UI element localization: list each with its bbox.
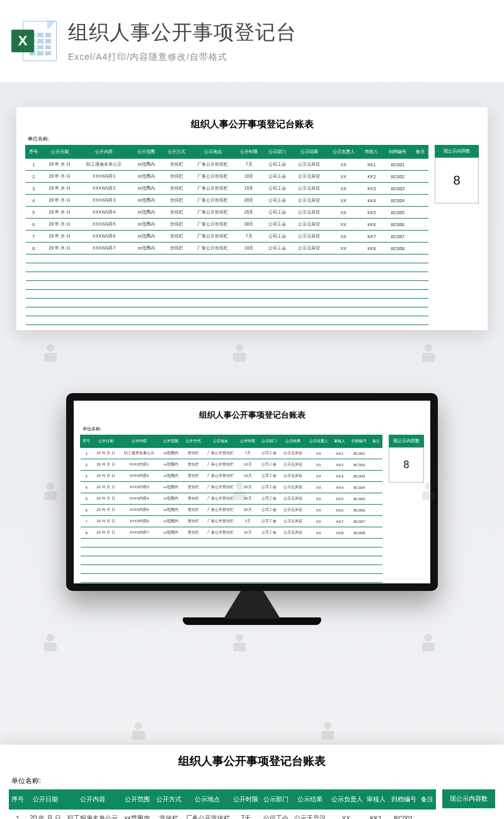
cell-place: 厂务公开宣传栏 (190, 243, 234, 255)
column-header: 备注 (412, 146, 428, 159)
cell-date: 20 年 月 日 (93, 527, 120, 539)
cell-date: 20 年 月 日 (93, 516, 120, 527)
cell-method: 宣传栏 (163, 243, 191, 255)
cell-seq: 7 (26, 231, 42, 243)
summary-value: 8 (389, 447, 424, 483)
cell-scope: xx范围内 (159, 516, 183, 527)
cell-reviewer: KK8 (331, 527, 349, 539)
summary-box: 现公示内容数 (442, 789, 495, 808)
cell-dept: 公司工会 (263, 159, 291, 171)
cell-result: 公示无异议 (291, 243, 328, 255)
cell-remark (370, 471, 382, 482)
column-header: 公示部门 (261, 790, 290, 810)
svg-rect-10 (44, 491, 57, 500)
cell-date: 20 年 月 日 (93, 471, 120, 482)
cell-seq: 3 (26, 183, 42, 195)
cell-remark (370, 516, 382, 527)
table-row-empty (26, 316, 428, 325)
unit-name-label: 单位名称: (25, 135, 479, 142)
table-row: 620 年 月 日XXXX内容5xx范围内宣传栏厂务公开宣传栏30天公司工会公示… (26, 219, 428, 231)
cell-limit: 15天 (238, 471, 259, 482)
cell-archive: BC007 (384, 231, 412, 243)
column-header: 审核人 (331, 435, 349, 448)
watermark-icon: 千库网 (227, 340, 252, 365)
column-header: 公开日期 (42, 146, 78, 159)
cell-content: XXXX内容3 (120, 482, 159, 493)
table-body: 120 年 月 日职工报房名单公示xx范围内宣传栏厂务公开宣传栏7天公司工会公示… (26, 159, 428, 325)
cell-reviewer: KK1 (363, 810, 389, 820)
cell-scope: xx范围内 (159, 505, 183, 516)
column-header: 公示结果 (280, 435, 307, 448)
cell-content: XXXX内容6 (120, 516, 159, 527)
preview-card: 组织人事公开事项登记台账表 单位名称: 序号公开日期公开内容公开范围公开方式公示… (16, 107, 488, 330)
cell-scope: xx范围内 (120, 810, 154, 820)
cell-dept: 公司工会 (263, 207, 291, 219)
cell-dept: 公司工会 (261, 810, 290, 820)
cell-dept: 公司工会 (263, 195, 291, 207)
cell-reviewer: KK7 (360, 231, 384, 243)
table-row: 620 年 月 日XXXX内容5xx范围内宣传栏厂务公开宣传栏30天公司工会公示… (81, 505, 382, 516)
cell-remark (412, 159, 428, 171)
cell-scope: xx范围内 (130, 207, 163, 219)
column-header: 备注 (418, 790, 435, 810)
cell-content: XXXX内容1 (120, 459, 159, 471)
cell-seq: 5 (81, 493, 93, 505)
table-row: 220 年 月 日XXXX内容1xx范围内宣传栏厂务公开宣传栏10天公司工会公示… (81, 459, 382, 471)
watermark-icon: 千库网 (315, 718, 340, 743)
table-body: 120 年 月 日职工报房名单公示xx范围内宣传栏厂务公开宣传栏7天公司工会公示… (81, 448, 382, 584)
cell-place: 厂务公开宣传栏 (204, 493, 238, 505)
cell-limit: 7天 (235, 159, 263, 171)
column-header: 备注 (370, 435, 382, 448)
cell-place: 厂务公开宣传栏 (184, 810, 231, 820)
ledger-table: 序号公开日期公开内容公开范围公开方式公示地点公开时限公示部门公示结果公示负责人审… (80, 435, 382, 583)
cell-remark (412, 195, 428, 207)
cell-owner: XX (307, 493, 331, 505)
column-header: 公开时限 (235, 146, 263, 159)
cell-archive: BC008 (384, 243, 412, 255)
cell-date: 20 年 月 日 (93, 493, 120, 505)
cell-result: 公示无异议 (280, 493, 307, 505)
column-header: 公开时限 (231, 790, 261, 810)
table-row: 420 年 月 日XXXX内容3xx范围内宣传栏厂务公开宣传栏20天公司工会公示… (81, 482, 382, 493)
summary-header: 现公示内容数 (435, 145, 479, 158)
excel-file-icon: X (11, 18, 57, 64)
cell-remark (370, 505, 382, 516)
svg-point-0 (47, 344, 54, 352)
cell-content: XXXX内容4 (78, 207, 130, 219)
cell-limit: 25天 (238, 493, 259, 505)
column-header: 归档编号 (384, 146, 412, 159)
cell-remark (412, 231, 428, 243)
cell-scope: xx范围内 (159, 527, 183, 539)
cell-archive: BC008 (349, 527, 370, 539)
column-header: 公示结果 (290, 790, 329, 810)
cell-content: XXXX内容4 (120, 493, 159, 505)
cell-limit: 7天 (238, 448, 259, 459)
summary-box: 现公示内容数 8 (435, 145, 479, 203)
cell-seq: 8 (81, 527, 93, 539)
cell-owner: XX (328, 207, 360, 219)
cell-date: 20 年 月 日 (93, 482, 120, 493)
cell-scope: xx范围内 (130, 243, 163, 255)
column-header: 公开日期 (93, 435, 120, 448)
cell-method: 宣传栏 (183, 482, 204, 493)
column-header: 公开范围 (120, 790, 154, 810)
cell-reviewer: KK4 (331, 482, 349, 493)
monitor-mockup: 组织人事公开事项登记台账表 单位名称: 序号公开日期公开内容公开范围公开方式公示… (66, 393, 438, 625)
summary-value: 8 (435, 158, 479, 203)
cell-limit: 25天 (235, 207, 263, 219)
cell-dept: 公司工会 (263, 183, 291, 195)
cell-scope: xx范围内 (130, 171, 163, 183)
cell-limit: 10天 (235, 243, 263, 255)
table-row: 820 年 月 日XXXX内容7xx范围内宣传栏厂务公开宣传栏10天公司工会公示… (81, 527, 382, 539)
table-row: 320 年 月 日XXXX内容2xx范围内宣传栏厂务公开宣传栏15天公司工会公示… (26, 183, 428, 195)
cell-archive: BC006 (349, 505, 370, 516)
cell-dept: 公司工会 (263, 243, 291, 255)
cell-content: XXXX内容1 (78, 171, 130, 183)
table-row: 520 年 月 日XXXX内容4xx范围内宣传栏厂务公开宣传栏25天公司工会公示… (26, 207, 428, 219)
sheet-title: 组织人事公开事项登记台账表 (25, 118, 479, 130)
table-row: 220 年 月 日XXXX内容1xx范围内宣传栏厂务公开宣传栏10天公司工会公示… (26, 171, 428, 183)
cell-reviewer: KK7 (331, 516, 349, 527)
cell-limit: 10天 (238, 527, 259, 539)
svg-rect-1 (44, 353, 57, 362)
cell-place: 厂务公开宣传栏 (190, 159, 234, 171)
